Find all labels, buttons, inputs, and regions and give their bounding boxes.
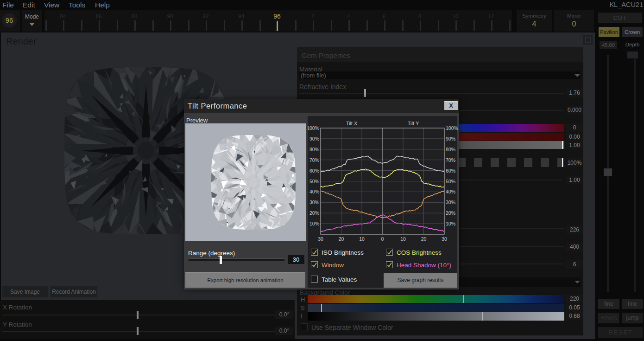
svg-text:20%: 20% xyxy=(446,210,455,216)
svg-text:20: 20 xyxy=(421,236,427,242)
svg-text:100%: 100% xyxy=(446,125,458,131)
svg-text:10: 10 xyxy=(400,236,406,242)
svg-text:10%: 10% xyxy=(309,221,319,226)
svg-text:30%: 30% xyxy=(309,199,319,205)
svg-text:80%: 80% xyxy=(446,147,455,152)
svg-text:10: 10 xyxy=(359,236,365,242)
svg-text:50%: 50% xyxy=(446,179,455,184)
svg-text:60%: 60% xyxy=(446,168,455,174)
svg-text:90%: 90% xyxy=(446,136,455,142)
svg-text:40%: 40% xyxy=(446,189,455,194)
svg-text:90%: 90% xyxy=(309,136,319,142)
svg-text:Tilt X: Tilt X xyxy=(346,121,358,126)
svg-text:50%: 50% xyxy=(309,179,319,184)
svg-text:30%: 30% xyxy=(446,199,455,205)
svg-text:30: 30 xyxy=(318,236,323,242)
svg-text:96: 96 xyxy=(6,16,13,24)
svg-text:Tilt Y: Tilt Y xyxy=(408,121,419,126)
svg-text:20: 20 xyxy=(339,236,344,242)
svg-text:70%: 70% xyxy=(446,157,455,163)
svg-text:30: 30 xyxy=(442,236,447,242)
svg-text:60%: 60% xyxy=(309,168,319,174)
svg-text:0: 0 xyxy=(381,236,384,242)
svg-text:10%: 10% xyxy=(446,221,455,226)
svg-text:40%: 40% xyxy=(309,189,319,194)
svg-text:80%: 80% xyxy=(309,147,319,152)
svg-text:20%: 20% xyxy=(309,210,319,216)
svg-text:100%: 100% xyxy=(308,125,319,131)
svg-text:70%: 70% xyxy=(309,157,319,163)
